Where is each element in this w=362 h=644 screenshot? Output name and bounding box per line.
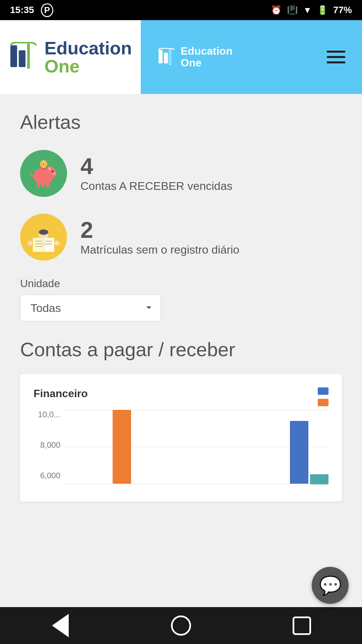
book-icon-circle xyxy=(20,214,67,261)
svg-rect-15 xyxy=(42,183,44,187)
back-triangle-icon xyxy=(52,614,69,637)
main-content: Alertas xyxy=(0,94,362,607)
alert-receivables-count: 4 xyxy=(80,155,233,177)
chart-legend xyxy=(318,387,328,406)
nav-logo-line2: One xyxy=(181,57,233,69)
piggy-icon-circle: $ xyxy=(20,150,67,197)
alert-matriculas-text: 2 Matrículas sem o registro diário xyxy=(80,218,239,256)
legend-color-blue xyxy=(318,387,328,395)
chart-card: Financeiro 10,0... 8,000 6,000 xyxy=(20,374,342,501)
svg-rect-1 xyxy=(19,50,25,67)
svg-rect-5 xyxy=(169,49,171,65)
svg-point-13 xyxy=(55,173,56,174)
nav-back-button[interactable] xyxy=(49,614,72,637)
legend-color-orange xyxy=(318,399,328,406)
unidade-label: Unidade xyxy=(20,277,342,290)
contas-title: Contas a pagar / receber xyxy=(20,338,342,361)
wifi-icon: ▼ xyxy=(303,5,312,15)
svg-point-25 xyxy=(39,229,48,235)
battery-icon: 🔋 xyxy=(317,5,328,15)
alert-receivables-text: 4 Contas A RECEBER vencidas xyxy=(80,155,233,193)
nav-logo-icon xyxy=(158,48,176,66)
svg-rect-16 xyxy=(46,183,49,187)
status-bar-right: ⏰ 📳 ▼ 🔋 77% xyxy=(271,5,352,15)
svg-rect-17 xyxy=(42,168,46,170)
chart-area: 10,0... 8,000 6,000 xyxy=(34,410,328,484)
svg-point-10 xyxy=(52,171,54,172)
header-nav-logo-text: Education One xyxy=(181,45,233,69)
header-nav-logo: Education One xyxy=(158,45,233,69)
recent-square-icon xyxy=(293,616,311,635)
hamburger-line-3 xyxy=(327,61,345,63)
unidade-select[interactable]: Todas Unidade 1 Unidade 2 xyxy=(20,294,161,321)
nav-recent-button[interactable] xyxy=(290,614,313,637)
alarm-icon: ⏰ xyxy=(271,5,282,15)
svg-point-11 xyxy=(52,172,56,175)
hamburger-line-2 xyxy=(327,56,345,58)
grid-line-mid xyxy=(66,447,328,447)
hamburger-menu-button[interactable] xyxy=(327,51,345,63)
logo-icon xyxy=(9,42,39,72)
y-label-bot: 6,000 xyxy=(34,471,60,480)
svg-rect-14 xyxy=(37,183,40,187)
grid-line-bot xyxy=(66,484,328,484)
header-nav-section: Education One xyxy=(141,20,362,94)
svg-text:$: $ xyxy=(43,163,44,166)
home-circle-icon xyxy=(171,615,191,636)
logo-container: Education One xyxy=(9,39,132,75)
chat-button[interactable]: 💬 xyxy=(312,567,349,604)
grid-line-top xyxy=(66,410,328,410)
chart-title: Financeiro xyxy=(34,387,328,400)
legend-item-blue xyxy=(318,387,328,395)
legend-item-orange xyxy=(318,399,328,406)
alert-card-matriculas: 2 Matrículas sem o registro diário xyxy=(20,214,342,261)
alertas-title: Alertas xyxy=(20,111,342,133)
chart-grid-bars xyxy=(66,410,328,484)
parking-icon: P xyxy=(41,3,53,17)
unidade-section: Unidade Todas Unidade 1 Unidade 2 xyxy=(20,277,342,321)
battery-percent: 77% xyxy=(333,5,352,15)
svg-rect-0 xyxy=(10,45,17,67)
svg-rect-38 xyxy=(42,243,46,246)
svg-point-12 xyxy=(53,173,54,174)
header: Education One Education One xyxy=(0,20,362,94)
status-bar: 15:35 P ⏰ 📳 ▼ 🔋 77% xyxy=(0,0,362,20)
nav-logo-line1: Education xyxy=(181,45,233,57)
svg-rect-3 xyxy=(159,50,163,63)
bar-teal xyxy=(310,474,328,484)
alert-matriculas-count: 2 xyxy=(80,218,239,241)
logo-text-one: One xyxy=(44,57,132,75)
y-label-mid: 8,000 xyxy=(34,440,60,450)
book-icon xyxy=(27,220,60,254)
svg-point-28 xyxy=(27,241,33,246)
status-time: 15:35 xyxy=(10,5,34,15)
status-bar-left: 15:35 P xyxy=(10,3,53,17)
logo-text-education: Education xyxy=(44,39,132,57)
vibrate-icon: 📳 xyxy=(287,5,298,15)
svg-point-29 xyxy=(54,241,60,246)
alert-receivables-label: Contas A RECEBER vencidas xyxy=(80,179,233,193)
logo-text: Education One xyxy=(44,39,132,75)
bar-blue xyxy=(290,421,308,484)
chat-icon: 💬 xyxy=(319,575,342,596)
chart-y-axis: 10,0... 8,000 6,000 xyxy=(34,410,60,484)
piggy-bank-icon: $ xyxy=(27,157,60,190)
svg-rect-4 xyxy=(164,53,168,63)
nav-home-button[interactable] xyxy=(169,614,193,637)
alert-card-receivables: $ 4 Contas A RECEBER vencidas xyxy=(20,150,342,197)
y-label-top: 10,0... xyxy=(34,410,60,419)
svg-rect-2 xyxy=(27,44,30,69)
svg-point-9 xyxy=(48,167,51,170)
alert-matriculas-label: Matrículas sem o registro diário xyxy=(80,243,239,256)
bar-orange xyxy=(113,410,131,484)
nav-bar xyxy=(0,607,362,644)
header-logo-section: Education One xyxy=(0,20,141,94)
hamburger-line-1 xyxy=(327,51,345,53)
